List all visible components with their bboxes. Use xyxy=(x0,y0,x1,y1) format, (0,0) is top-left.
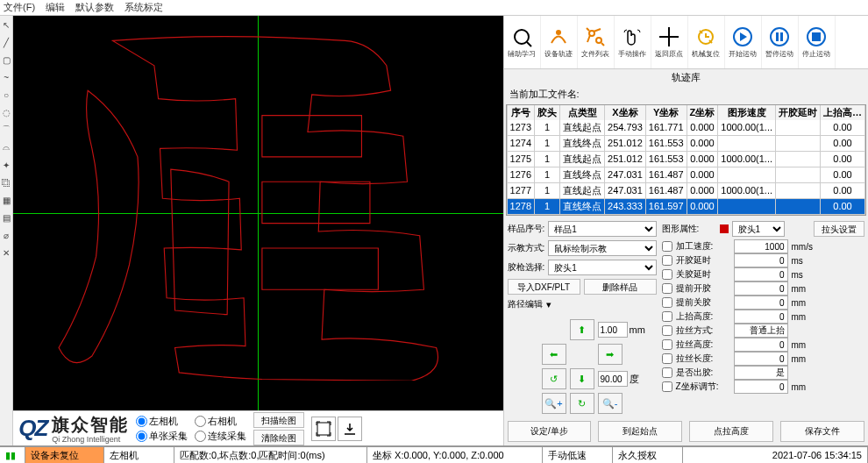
tool-line[interactable]: ╱ xyxy=(1,37,11,47)
tb-pause[interactable]: 暂停运动 xyxy=(762,16,799,68)
param-label: 开胶延时 xyxy=(676,254,730,267)
tool-copy[interactable]: ⿻ xyxy=(1,177,11,188)
step-input[interactable] xyxy=(598,322,628,338)
tool-curve[interactable]: ~ xyxy=(1,72,11,82)
zoom-in-icon[interactable]: 🔍+ xyxy=(542,393,566,414)
table-header[interactable]: 图形速度 xyxy=(718,105,776,121)
table-header[interactable]: 序号 xyxy=(507,105,534,121)
table-header[interactable]: Z坐标 xyxy=(687,105,718,121)
rotate-cw[interactable]: ↻ xyxy=(570,393,594,414)
param-check[interactable] xyxy=(662,297,672,308)
zoom-out-icon[interactable]: 🔍- xyxy=(598,393,623,414)
tool-plus[interactable]: ✦ xyxy=(1,160,11,170)
glue-sel-select[interactable]: 胶头1 xyxy=(548,260,656,275)
rotate-ccw[interactable]: ↺ xyxy=(542,368,566,389)
param-value[interactable] xyxy=(734,338,788,352)
tool-pointer[interactable]: ↖ xyxy=(1,19,11,30)
menu-file[interactable]: 文件(F) xyxy=(4,1,35,14)
fit-icon[interactable] xyxy=(311,417,336,441)
glue-head-btn[interactable]: 拉头设置 xyxy=(814,221,864,237)
param-check[interactable] xyxy=(662,311,672,322)
table-row[interactable]: 12741直线终点251.012161.5530.0000.00 xyxy=(507,135,864,151)
param-value[interactable] xyxy=(734,366,788,380)
param-check[interactable] xyxy=(662,339,672,350)
tb-mach-origin[interactable]: 机械复位 xyxy=(688,16,725,68)
table-row[interactable]: 12731直线起点254.793161.7710.0001000.00(1...… xyxy=(507,119,864,135)
param-check[interactable] xyxy=(662,241,672,252)
arrow-left[interactable]: ⬅ xyxy=(542,344,566,365)
tool-square[interactable]: ▢ xyxy=(1,54,11,65)
table-row[interactable]: 12771直线起点247.031161.4870.0001000.00(1...… xyxy=(507,182,864,198)
param-check[interactable] xyxy=(662,269,672,280)
param-check[interactable] xyxy=(662,283,672,294)
tb-start[interactable]: 开始运动 xyxy=(725,16,762,68)
menu-default-params[interactable]: 默认参数 xyxy=(75,1,114,14)
teach-mode-select[interactable]: 鼠标绘制示教 xyxy=(548,240,656,256)
table-header[interactable]: X坐标 xyxy=(605,105,646,121)
param-check[interactable] xyxy=(662,381,672,392)
radio-right-cam[interactable]: 右相机 xyxy=(195,415,246,428)
param-check[interactable] xyxy=(662,255,672,266)
param-value[interactable] xyxy=(734,296,788,310)
attr-select[interactable]: 胶头1 xyxy=(732,221,785,237)
table-header[interactable]: Y坐标 xyxy=(645,105,687,121)
tool-misc4[interactable]: ✕ xyxy=(1,247,11,258)
delete-sample-button[interactable]: 删除样品 xyxy=(584,279,657,295)
radio-single[interactable]: 单张采集 xyxy=(136,430,188,443)
table-header[interactable]: 开胶延时 xyxy=(776,105,821,121)
chevron-down-icon[interactable]: ▾ xyxy=(546,299,551,310)
menu-system-setup[interactable]: 系统标定 xyxy=(125,1,163,14)
arrow-right[interactable]: ➡ xyxy=(598,344,623,365)
tool-misc3[interactable]: ⌀ xyxy=(1,230,11,240)
tb-learn[interactable]: 辅助学习 xyxy=(504,16,541,68)
tool-arc1[interactable]: ⌒ xyxy=(1,125,11,135)
table-row[interactable]: 12781直线终点243.333161.5970.0000.00 xyxy=(507,198,864,214)
param-value[interactable] xyxy=(734,380,788,394)
table-header[interactable]: 胶头 xyxy=(535,105,560,121)
angle-input[interactable] xyxy=(598,371,628,387)
track-table[interactable]: 序号胶头点类型X坐标Y坐标Z坐标图形速度开胶延时上抬高…12691直线起点255… xyxy=(506,104,866,216)
param-check[interactable] xyxy=(662,325,672,336)
param-value[interactable] xyxy=(734,239,788,253)
param-value[interactable] xyxy=(734,352,788,366)
camera-row: QZ 旗众智能 Qi Zhong Intelligent 左相机 单张采集 右相… xyxy=(13,410,502,445)
arrow-up[interactable]: ⬆ xyxy=(570,319,594,340)
tb-stop[interactable]: 停止运动 xyxy=(799,16,836,68)
tool-circle[interactable]: ○ xyxy=(1,89,11,100)
export-icon[interactable] xyxy=(338,417,362,441)
to-point-button[interactable]: 到起始点 xyxy=(598,421,682,442)
param-value[interactable] xyxy=(734,324,788,338)
attr-label: 图形属性: xyxy=(662,223,716,235)
tb-manual[interactable]: 手动操作 xyxy=(615,16,651,68)
menu-edit[interactable]: 编辑 xyxy=(46,1,65,14)
tb-origin[interactable]: 返回原点 xyxy=(651,16,688,68)
param-value[interactable] xyxy=(734,253,788,267)
import-button[interactable]: 导入DXF/PLT xyxy=(508,279,580,295)
sample-no-select[interactable]: 样品1 xyxy=(548,221,656,237)
radio-left-cam[interactable]: 左相机 xyxy=(136,415,188,428)
table-row[interactable]: 12751直线起点251.012161.5530.0001000.00(1...… xyxy=(507,151,864,167)
param-value[interactable] xyxy=(734,267,788,281)
param-value[interactable] xyxy=(734,281,788,296)
point-scan-button[interactable]: 点拉高度 xyxy=(689,421,773,442)
scan-draw-button[interactable]: 扫描绘图 xyxy=(253,412,304,428)
set-step-button[interactable]: 设定/单步 xyxy=(508,421,592,442)
tb-file-list[interactable]: 文件列表 xyxy=(578,16,615,68)
param-value[interactable] xyxy=(734,310,788,324)
clear-draw-button[interactable]: 清除绘图 xyxy=(253,430,304,445)
tool-dot[interactable]: ◌ xyxy=(1,107,11,118)
canvas-viewport[interactable] xyxy=(13,16,502,410)
status-coords: 坐标 X:0.000, Y:0.000, Z:0.000 xyxy=(367,447,543,463)
param-check[interactable] xyxy=(662,367,672,378)
tool-arc2[interactable]: ⌓ xyxy=(1,142,11,153)
tool-misc1[interactable]: ▦ xyxy=(1,195,11,205)
param-check[interactable] xyxy=(662,353,672,364)
table-header[interactable]: 上抬高… xyxy=(821,105,865,121)
tool-misc2[interactable]: ▤ xyxy=(1,212,11,223)
table-header[interactable]: 点类型 xyxy=(560,105,605,121)
radio-cont[interactable]: 连续采集 xyxy=(195,430,246,443)
tb-set-track[interactable]: 设备轨迹 xyxy=(541,16,578,68)
table-row[interactable]: 12761直线终点247.031161.4870.0000.00 xyxy=(507,167,864,182)
save-file-button[interactable]: 保存文件 xyxy=(780,421,864,442)
arrow-down[interactable]: ⬇ xyxy=(570,368,594,389)
